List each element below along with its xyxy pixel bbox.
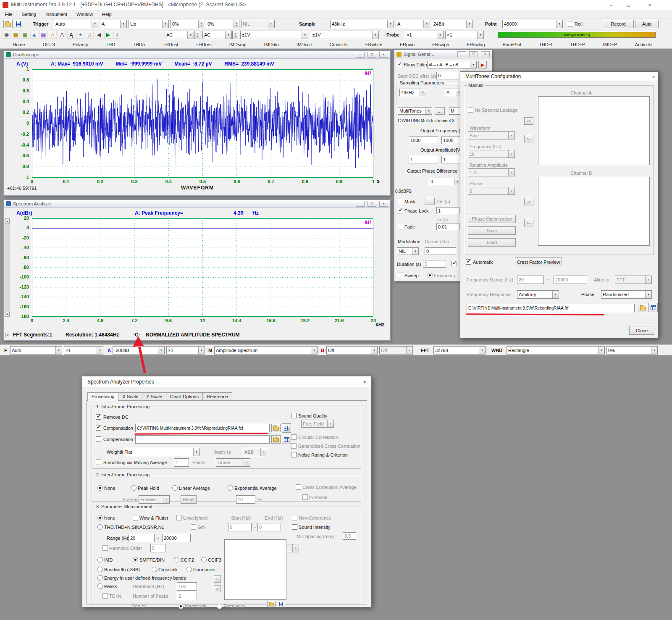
non-coherence-checkbox[interactable] [292, 515, 297, 520]
edit-frf-table-button[interactable] [648, 303, 658, 312]
range-b-dropdown[interactable]: ±1V [311, 31, 379, 39]
compensation2-checkbox[interactable] [96, 436, 101, 442]
waveform-a-dropdown[interactable]: MultiTones [398, 107, 432, 115]
chevron-down-icon[interactable] [425, 108, 432, 114]
sound-quality-checkbox[interactable] [291, 413, 297, 418]
chevron-down-icon[interactable] [454, 178, 460, 185]
thd-radio[interactable] [97, 524, 103, 530]
remove-from-channel-b-button[interactable]: <- [524, 219, 533, 226]
compensation2-path-input[interactable] [135, 435, 270, 444]
spec-scroll-down-icon[interactable]: ▼ [5, 333, 10, 337]
deadband-input[interactable]: 100 [177, 582, 197, 591]
window-function-dropdown[interactable]: Rectangle [507, 346, 605, 355]
relative-amplitude-dropdown[interactable]: 1.0 [468, 168, 515, 176]
bandwidth-radio[interactable] [97, 567, 103, 572]
sweep-frequency-radio[interactable] [427, 273, 433, 278]
scroll-down-button[interactable]: ▼ [5, 312, 10, 316]
save-bands-button[interactable] [277, 601, 285, 607]
mask-browse-button[interactable]: ... [425, 198, 435, 205]
sound-field-dropdown[interactable]: Free Field [301, 420, 334, 428]
phase-lock-checkbox[interactable] [398, 208, 403, 213]
panel-tab[interactable]: THDa [131, 42, 147, 47]
close-dialog-button[interactable]: Close [629, 326, 654, 335]
speaker-icon[interactable]: ◀ [95, 31, 103, 39]
phase-mode-dropdown[interactable]: Randomized [601, 290, 652, 299]
fade-in-input[interactable]: 0.01 [436, 223, 459, 230]
spinner-arrows-icon[interactable] [234, 20, 239, 28]
apply-to-dropdown[interactable]: A&B [243, 448, 267, 456]
data-logger-icon[interactable]: ▤ [39, 31, 47, 39]
auto-button[interactable]: Auto [635, 20, 659, 28]
panel-tab[interactable]: FRwhite [364, 42, 384, 47]
panel-tab[interactable]: IMDdin [262, 42, 281, 47]
run-generator-button[interactable]: ▶ [478, 61, 487, 68]
generalized-cross-correlation-checkbox[interactable] [291, 443, 297, 449]
frequency-response-dropdown[interactable]: Arbitrary [517, 290, 559, 299]
coupling-b-spinner[interactable] [232, 31, 238, 39]
frequency-a-input[interactable]: 1000 [409, 137, 438, 144]
chevron-down-icon[interactable] [466, 20, 472, 28]
panel-tab[interactable]: Home [11, 42, 26, 47]
restore-button[interactable]: □ [368, 52, 376, 58]
panel-tab[interactable]: CrossTlk [328, 42, 349, 47]
range-a-dropdown[interactable]: ±1V [240, 31, 308, 39]
bit-depth-dropdown[interactable]: 24Bit [432, 20, 473, 28]
chevron-down-icon[interactable] [598, 347, 604, 354]
panel-tab[interactable]: THDnsl [161, 42, 180, 47]
start-osc-input[interactable]: 0 [436, 72, 458, 79]
sound-device-icon[interactable]: ♫ [86, 31, 94, 39]
spec-pan-scrollbar[interactable]: ▲ ▼ [5, 218, 10, 317]
save-button[interactable]: Save [468, 226, 516, 235]
energy-bands-radio[interactable] [97, 575, 103, 581]
multitones-titlebar[interactable]: MultiTones Configuration [460, 72, 658, 81]
spectrum-titlebar[interactable]: Spectrum Analyzer – □ × [4, 200, 390, 208]
phase-optimization-button[interactable]: Phase Optimization [468, 215, 516, 223]
gen-sample-rate-dropdown[interactable]: 48kHz [399, 89, 426, 96]
trigger-delay-spinner[interactable]: 0% [206, 20, 239, 28]
coupling-a-spinner[interactable] [194, 31, 200, 39]
edit-compensation1-table-button[interactable] [282, 423, 291, 433]
wow-flutter-checkbox[interactable] [133, 515, 138, 520]
a-mult-dropdown[interactable]: ×1 [166, 346, 205, 355]
close-button[interactable]: × [379, 52, 388, 58]
chevron-down-icon[interactable] [470, 61, 476, 68]
chevron-down-icon[interactable] [552, 291, 559, 298]
frequency-max-input[interactable]: 20000 [554, 276, 587, 284]
panel-tab[interactable]: THD~P [568, 42, 587, 47]
properties-tab[interactable]: Chart Options [166, 392, 203, 401]
cross-correlation-average-checkbox[interactable] [296, 484, 301, 490]
range-max-input[interactable]: 20000 [162, 534, 191, 542]
frequency-min-input[interactable]: 20 [517, 276, 544, 284]
carrier-input[interactable]: 0 [425, 247, 456, 255]
noise-rating-checkbox[interactable] [291, 452, 297, 457]
duration-input[interactable]: 1 [423, 260, 446, 268]
ccif3-radio[interactable] [201, 557, 207, 562]
chevron-down-icon[interactable] [55, 347, 62, 354]
chevron-down-icon[interactable] [477, 31, 483, 39]
smpte-radio[interactable] [133, 557, 138, 562]
points-dropdown[interactable]: 48000 [502, 20, 563, 28]
frequency-dropdown[interactable]: 1k [468, 150, 515, 158]
sort-magnitude-radio[interactable] [178, 604, 184, 609]
chevron-down-icon[interactable] [651, 347, 657, 354]
add-band-button[interactable]: > [214, 575, 221, 583]
smoothing-checkbox[interactable] [96, 460, 101, 465]
spinner-arrows-icon[interactable] [198, 20, 204, 28]
chevron-down-icon[interactable] [198, 347, 205, 354]
browse-compensation2-button[interactable] [271, 435, 281, 444]
chevron-down-icon[interactable] [479, 347, 485, 354]
chevron-down-icon[interactable] [437, 31, 443, 39]
trigger-mode-dropdown[interactable]: Auto [54, 20, 98, 28]
chevron-down-icon[interactable] [387, 20, 394, 28]
minimize-button[interactable]: – [457, 51, 466, 57]
smoothing-points-input[interactable]: 1 [174, 458, 189, 467]
chevron-down-icon[interactable] [302, 31, 308, 39]
mask-checkbox[interactable] [398, 199, 403, 204]
number-of-peaks-input[interactable]: 2 [177, 592, 197, 600]
trigger-source-dropdown[interactable]: A [100, 20, 127, 28]
load-button[interactable]: Load [468, 238, 516, 247]
chevron-down-icon[interactable] [420, 89, 426, 96]
signal-generator-titlebar[interactable]: Signal Gener... – □ × [394, 50, 492, 58]
run-icon[interactable]: ▶ [104, 31, 112, 39]
remove-dc-checkbox[interactable] [96, 414, 101, 420]
